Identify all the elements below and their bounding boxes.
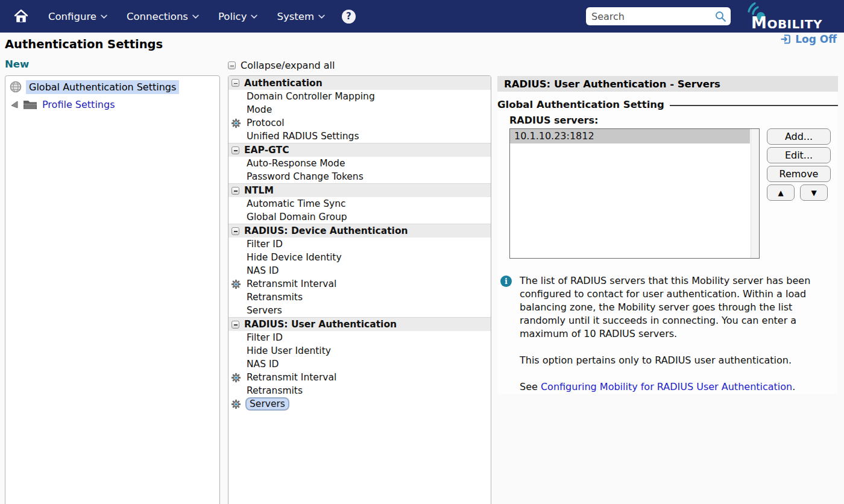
- setting-item[interactable]: NAS ID: [228, 358, 491, 371]
- search-icon[interactable]: [714, 10, 726, 22]
- setting-label: Retransmits: [247, 385, 303, 396]
- section-title: RADIUS: Device Authentication: [244, 225, 408, 236]
- section-title: Authentication: [244, 78, 323, 89]
- see-suffix: .: [792, 381, 795, 392]
- info-paragraph: The list of RADIUS servers that this Mob…: [520, 274, 838, 341]
- setting-label: Mode: [247, 104, 272, 115]
- setting-item[interactable]: Mode: [228, 103, 491, 116]
- setting-label[interactable]: Servers: [247, 398, 288, 409]
- edit-button[interactable]: Edit...: [767, 147, 831, 163]
- nav-menu-configure[interactable]: Configure: [48, 11, 107, 22]
- setting-item[interactable]: Filter ID: [228, 238, 491, 251]
- collapse-section-icon[interactable]: [231, 321, 239, 329]
- chevron-down-icon: [318, 14, 325, 19]
- tree-item-label[interactable]: Global Authentication Settings: [26, 80, 179, 94]
- home-button[interactable]: [13, 9, 29, 24]
- section-header-radius-device-authentication[interactable]: RADIUS: Device Authentication: [228, 224, 491, 238]
- collapse-section-icon[interactable]: [231, 187, 239, 195]
- help-button[interactable]: ?: [342, 10, 356, 24]
- globe-icon: [9, 80, 22, 93]
- setting-item[interactable]: Automatic Time Sync: [228, 197, 491, 210]
- tree-item-profile-settings[interactable]: Profile Settings: [5, 96, 219, 112]
- setting-item-servers-selected[interactable]: Servers: [228, 397, 491, 411]
- info-icon: i: [500, 276, 512, 287]
- setting-item[interactable]: Protocol: [228, 116, 491, 130]
- setting-label: Hide User Identity: [247, 345, 331, 356]
- listbox-scrollbar-gutter[interactable]: [751, 129, 759, 258]
- folder-icon: [23, 99, 37, 110]
- setting-item[interactable]: Password Change Tokens: [228, 170, 491, 183]
- section-header-ntlm[interactable]: NTLM: [228, 183, 491, 197]
- gear-icon: [231, 118, 241, 128]
- setting-label: Global Domain Group: [247, 212, 347, 222]
- radius-server-item[interactable]: 10.1.10.23:1812: [510, 129, 750, 143]
- setting-label: Retransmits: [247, 292, 303, 303]
- nav-menu-label: Configure: [48, 11, 96, 22]
- see-prefix: See: [520, 381, 541, 392]
- setting-label: Retransmit Interval: [247, 279, 336, 289]
- info-paragraph: This option pertains only to RADIUS user…: [520, 354, 838, 367]
- gear-icon: [231, 373, 241, 383]
- collapse-triangle-icon[interactable]: [10, 100, 19, 109]
- search-input[interactable]: [586, 7, 731, 25]
- setting-item[interactable]: Retransmits: [228, 384, 491, 397]
- setting-item[interactable]: Retransmit Interval: [228, 277, 491, 291]
- setting-label: Password Change Tokens: [247, 171, 364, 182]
- info-see-line: See Configuring Mobility for RADIUS User…: [520, 380, 838, 394]
- setting-item[interactable]: Filter ID: [228, 331, 491, 344]
- log-off-link[interactable]: Log Off: [779, 33, 837, 45]
- collapse-expand-all[interactable]: Collapse/expand all: [228, 60, 335, 71]
- chevron-down-icon: [101, 14, 107, 19]
- setting-item[interactable]: Auto-Response Mode: [228, 157, 491, 170]
- setting-label: Filter ID: [247, 239, 283, 250]
- group-heading: Global Authentication Setting: [497, 99, 838, 110]
- tree-item-label[interactable]: Profile Settings: [42, 99, 115, 110]
- section-header-radius-user-authentication[interactable]: RADIUS: User Authentication: [228, 317, 491, 331]
- tree-item-global-authentication-settings[interactable]: Global Authentication Settings: [5, 79, 219, 95]
- collapse-section-icon[interactable]: [231, 227, 239, 235]
- setting-item[interactable]: Hide User Identity: [228, 344, 491, 358]
- nav-menu-policy[interactable]: Policy: [218, 11, 257, 22]
- setting-label: Domain Controller Mapping: [247, 91, 375, 102]
- log-off-label: Log Off: [795, 33, 837, 45]
- settings-tree-panel: Global Authentication Settings Profile S…: [5, 75, 220, 504]
- gear-icon: [231, 279, 241, 289]
- add-button[interactable]: Add...: [767, 128, 831, 145]
- setting-label: Retransmit Interval: [247, 372, 336, 383]
- collapse-all-icon[interactable]: [228, 61, 236, 69]
- nav-menu-system[interactable]: System: [277, 11, 325, 22]
- setting-label: Hide Device Identity: [247, 252, 342, 263]
- setting-label: Protocol: [247, 118, 284, 128]
- new-link[interactable]: New: [5, 58, 29, 70]
- nav-menu-label: Policy: [218, 11, 247, 22]
- section-header-eap-gtc[interactable]: EAP-GTC: [228, 143, 491, 157]
- collapse-section-icon[interactable]: [231, 79, 239, 87]
- remove-button[interactable]: Remove: [767, 166, 831, 182]
- setting-label: Unified RADIUS Settings: [247, 131, 359, 142]
- setting-label: NAS ID: [247, 359, 279, 370]
- setting-item[interactable]: Unified RADIUS Settings: [228, 130, 491, 143]
- section-title: EAP-GTC: [244, 145, 289, 156]
- move-down-button[interactable]: ▼: [800, 184, 828, 201]
- setting-item[interactable]: Retransmits: [228, 291, 491, 304]
- section-title: RADIUS: User Authentication: [244, 319, 397, 330]
- setting-item[interactable]: Global Domain Group: [228, 210, 491, 224]
- setting-item[interactable]: NAS ID: [228, 264, 491, 277]
- group-heading-rule: [670, 105, 838, 106]
- log-off-icon: [779, 33, 792, 45]
- setting-item[interactable]: Hide Device Identity: [228, 251, 491, 264]
- documentation-link[interactable]: Configuring Mobility for RADIUS User Aut…: [541, 381, 792, 392]
- group-heading-label: Global Authentication Setting: [497, 99, 664, 110]
- setting-item[interactable]: Retransmit Interval: [228, 371, 491, 384]
- move-up-button[interactable]: ▲: [767, 184, 795, 201]
- setting-label: NAS ID: [247, 265, 279, 276]
- radius-servers-listbox[interactable]: 10.1.10.23:1812: [509, 128, 760, 259]
- section-header-authentication[interactable]: Authentication: [228, 76, 491, 90]
- nav-menu-connections[interactable]: Connections: [127, 11, 199, 22]
- setting-item[interactable]: Domain Controller Mapping: [228, 90, 491, 103]
- setting-label: Auto-Response Mode: [247, 158, 345, 169]
- chevron-down-icon: [251, 14, 257, 19]
- collapse-section-icon[interactable]: [231, 146, 239, 154]
- chevron-down-icon: [192, 14, 199, 19]
- setting-item[interactable]: Servers: [228, 304, 491, 317]
